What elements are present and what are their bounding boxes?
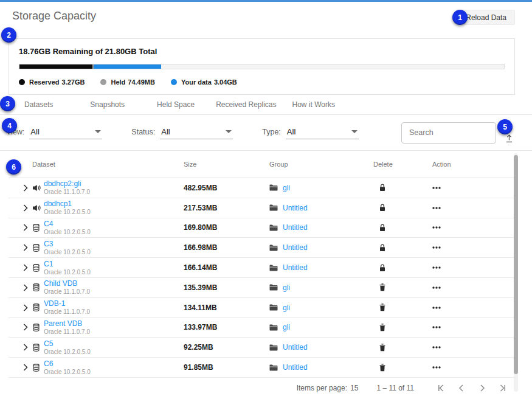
- dataset-link[interactable]: C3: [44, 240, 53, 248]
- dataset-link[interactable]: dbdhcp1: [44, 200, 72, 208]
- your-data-dot-icon: [171, 79, 177, 85]
- size-value: 92.25MB: [184, 343, 213, 352]
- dataset-link[interactable]: C1: [44, 260, 53, 268]
- dataset-link[interactable]: Parent VDB: [44, 320, 82, 328]
- legend-item-your-data: Your data 3.04GB: [171, 78, 237, 86]
- folder-icon: [269, 304, 278, 311]
- trash-icon[interactable]: [379, 324, 385, 331]
- more-actions-icon[interactable]: [432, 304, 441, 311]
- expand-chevron-icon[interactable]: [22, 223, 29, 232]
- pagination-range: 1 – 11 of 11: [376, 384, 414, 392]
- folder-icon: [269, 184, 278, 191]
- table-row: C1 Oracle 10.2.0.5.0 166.14MB Untitled: [9, 258, 514, 278]
- trash-icon[interactable]: [379, 344, 385, 352]
- group-link[interactable]: gli: [283, 283, 290, 292]
- more-actions-icon[interactable]: [432, 244, 441, 251]
- group-link[interactable]: Untitled: [283, 243, 308, 252]
- column-header-action: Action: [432, 161, 514, 168]
- callout-5: 5: [497, 119, 513, 134]
- chevron-down-icon: [351, 130, 358, 133]
- previous-page-icon[interactable]: [455, 382, 468, 394]
- lock-icon[interactable]: [379, 264, 385, 272]
- status-filter-value: All: [161, 127, 170, 136]
- group-link[interactable]: gli: [283, 184, 290, 192]
- search-input[interactable]: [401, 122, 496, 144]
- your-data-segment: [94, 64, 161, 69]
- lock-icon[interactable]: [379, 244, 385, 252]
- first-page-icon[interactable]: [435, 382, 447, 394]
- lock-icon[interactable]: [379, 224, 385, 232]
- dataset-link[interactable]: dbdhcp2:gli: [44, 180, 81, 188]
- folder-icon: [269, 324, 278, 331]
- dataset-version: Oracle 10.2.0.5.0: [44, 249, 91, 255]
- group-link[interactable]: Untitled: [283, 343, 308, 352]
- type-filter-select[interactable]: All: [286, 126, 359, 139]
- expand-chevron-icon[interactable]: [22, 303, 29, 313]
- dataset-version: Oracle 11.1.0.7.0: [44, 288, 90, 295]
- expand-chevron-icon[interactable]: [22, 243, 29, 252]
- expand-chevron-icon[interactable]: [22, 342, 29, 352]
- dataset-link[interactable]: Child VDB: [44, 280, 77, 288]
- dataset-version: Oracle 10.2.0.5.0: [44, 209, 91, 215]
- group-link[interactable]: Untitled: [283, 223, 308, 232]
- reserved-segment: [19, 64, 92, 69]
- expand-chevron-icon[interactable]: [22, 183, 29, 193]
- legend-item-reserved: Reserved 3.27GB: [19, 78, 85, 86]
- trash-icon[interactable]: [379, 304, 385, 311]
- expand-chevron-icon[interactable]: [22, 203, 29, 213]
- items-per-page-value[interactable]: 15: [350, 384, 358, 392]
- table-row: C4 Oracle 10.2.0.5.0 169.80MB Untitled: [9, 218, 514, 238]
- dataset-link[interactable]: C4: [44, 220, 53, 228]
- size-value: 166.98MB: [184, 243, 217, 252]
- last-page-icon[interactable]: [497, 382, 509, 394]
- more-actions-icon[interactable]: [432, 204, 441, 212]
- expand-chevron-icon[interactable]: [22, 263, 29, 272]
- table-row: C3 Oracle 10.2.0.5.0 166.98MB Untitled: [9, 238, 514, 258]
- dataset-version: Oracle 11.1.0.7.0: [44, 189, 90, 195]
- held-dot-icon: [100, 79, 106, 85]
- tab-how-it-works[interactable]: How it Works: [292, 100, 335, 109]
- view-filter: View: All: [6, 126, 102, 139]
- tab-snapshots[interactable]: Snapshots: [90, 100, 125, 109]
- lock-icon[interactable]: [379, 204, 385, 212]
- expand-chevron-icon[interactable]: [22, 322, 29, 332]
- more-actions-icon[interactable]: [432, 364, 441, 371]
- callout-4: 4: [2, 118, 17, 133]
- dataset-link[interactable]: VDB-1: [44, 300, 65, 308]
- tab-held-space[interactable]: Held Space: [157, 100, 195, 109]
- tab-received-replicas[interactable]: Received Replicas: [216, 100, 276, 109]
- group-link[interactable]: gli: [283, 323, 290, 331]
- tab-datasets[interactable]: Datasets: [24, 100, 53, 109]
- more-actions-icon[interactable]: [432, 344, 441, 351]
- export-icon[interactable]: [505, 134, 514, 143]
- dataset-link[interactable]: C5: [44, 340, 53, 348]
- table-row: dbdhcp1 Oracle 10.2.0.5.0 217.53MB Untit…: [9, 198, 514, 218]
- next-page-icon[interactable]: [476, 382, 488, 394]
- expand-chevron-icon[interactable]: [22, 363, 29, 372]
- group-link[interactable]: Untitled: [283, 263, 308, 272]
- dataset-link[interactable]: C6: [44, 360, 53, 368]
- lock-icon[interactable]: [379, 184, 385, 192]
- status-filter-select[interactable]: All: [160, 126, 233, 139]
- items-per-page-label: Items per page:: [297, 384, 347, 392]
- scrollbar-track[interactable]: [514, 153, 518, 392]
- capacity-card: 18.76GB Remaining of 21.80GB Total Reser…: [9, 38, 515, 95]
- database-icon: [33, 244, 40, 252]
- more-actions-icon[interactable]: [432, 324, 441, 331]
- trash-icon[interactable]: [379, 283, 385, 291]
- view-filter-select[interactable]: All: [29, 126, 102, 139]
- callout-1: 1: [452, 10, 468, 25]
- group-link[interactable]: gli: [283, 304, 290, 312]
- more-actions-icon[interactable]: [432, 264, 441, 271]
- trash-icon[interactable]: [379, 364, 385, 372]
- more-actions-icon[interactable]: [432, 184, 441, 192]
- capacity-bar: [19, 64, 505, 69]
- scrollbar-thumb[interactable]: [514, 155, 518, 374]
- more-actions-icon[interactable]: [432, 284, 441, 291]
- table-body: dbdhcp2:gli Oracle 11.1.0.7.0 482.95MB g…: [9, 178, 514, 378]
- expand-chevron-icon[interactable]: [22, 283, 29, 293]
- more-actions-icon[interactable]: [432, 224, 441, 231]
- group-link[interactable]: Untitled: [283, 204, 308, 212]
- folder-icon: [269, 344, 278, 351]
- group-link[interactable]: Untitled: [283, 363, 308, 372]
